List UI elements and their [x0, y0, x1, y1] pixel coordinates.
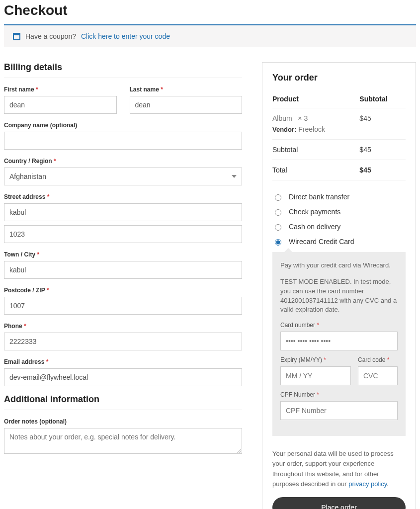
expiry-input[interactable] — [280, 366, 351, 385]
radio-cod[interactable] — [275, 224, 281, 231]
street1-input[interactable] — [4, 203, 242, 221]
coupon-prompt: Have a coupon? — [25, 32, 76, 40]
email-input[interactable] — [4, 368, 242, 386]
coupon-link[interactable]: Click here to enter your code — [81, 32, 170, 40]
billing-heading: Billing details — [4, 62, 242, 73]
payment-label: Direct bank transfer — [289, 193, 349, 201]
col-product: Product — [272, 90, 359, 108]
wirecard-test-note: TEST MODE ENABLED. In test mode, you can… — [280, 277, 398, 315]
phone-input[interactable] — [4, 333, 242, 350]
chevron-down-icon — [232, 175, 237, 178]
payment-label: Check payments — [289, 208, 340, 216]
privacy-link[interactable]: privacy policy — [348, 480, 387, 488]
wirecard-desc: Pay with your credit card via Wirecard. — [280, 261, 398, 270]
item-line-total: $45 — [359, 108, 406, 140]
wirecard-panel: Pay with your credit card via Wirecard. … — [272, 252, 406, 436]
item-name: Album — [272, 114, 292, 122]
radio-wirecard[interactable] — [275, 239, 281, 246]
expiry-label: Expiry (MM/YY) * — [280, 356, 351, 363]
order-line-item: Album × 3 Vendor: Freelock $45 — [272, 108, 406, 140]
city-input[interactable] — [4, 261, 242, 279]
card-number-input[interactable] — [280, 332, 398, 350]
payment-option-bank: Direct bank transfer — [272, 189, 406, 204]
payment-label: Wirecard Credit Card — [289, 238, 354, 246]
payment-label: Cash on delivery — [289, 223, 340, 231]
card-number-label: Card number * — [280, 322, 398, 329]
order-notes[interactable] — [4, 428, 242, 454]
order-summary-panel: Your order Product Subtotal Album × 3 Ve… — [262, 62, 416, 509]
street-label: Street address * — [4, 193, 242, 200]
last-name-label: Last name * — [130, 86, 243, 93]
cvc-label: Card code * — [358, 356, 398, 363]
order-table: Product Subtotal Album × 3 Vendor: Freel… — [272, 90, 406, 180]
order-heading: Your order — [272, 73, 406, 83]
place-order-button[interactable]: Place order — [272, 497, 406, 509]
payment-option-cod: Cash on delivery — [272, 219, 406, 234]
page-title: Checkout — [4, 2, 416, 18]
cvc-input[interactable] — [358, 366, 398, 385]
total-label: Total — [272, 160, 359, 180]
privacy-text: Your personal data will be used to proce… — [272, 449, 406, 489]
cpf-input[interactable] — [280, 401, 398, 420]
last-name-input[interactable] — [130, 96, 243, 114]
coupon-notice: Have a coupon? Click here to enter your … — [4, 24, 416, 47]
first-name-input[interactable] — [4, 96, 117, 114]
payment-option-check: Check payments — [272, 204, 406, 219]
first-name-label: First name * — [4, 86, 117, 93]
postcode-input[interactable] — [4, 297, 242, 315]
col-subtotal: Subtotal — [359, 90, 406, 108]
payment-option-wirecard: Wirecard Credit Card — [272, 234, 406, 249]
street2-input[interactable] — [4, 225, 242, 243]
company-label: Company name (optional) — [4, 122, 242, 129]
phone-label: Phone * — [4, 323, 242, 330]
total-value: $45 — [359, 160, 406, 180]
country-select[interactable]: Afghanistan — [4, 168, 242, 185]
subtotal-value: $45 — [359, 140, 406, 160]
country-label: Country / Region * — [4, 158, 242, 165]
notes-label: Order notes (optional) — [4, 418, 242, 425]
payment-methods: Direct bank transfer Check payments Cash… — [272, 189, 406, 249]
radio-bank[interactable] — [275, 194, 281, 201]
postcode-label: Postcode / ZIP * — [4, 287, 242, 294]
radio-check[interactable] — [275, 209, 281, 216]
city-label: Town / City * — [4, 251, 242, 258]
email-label: Email address * — [4, 358, 242, 365]
additional-heading: Additional information — [4, 394, 242, 405]
vendor-label: Vendor: — [272, 126, 296, 133]
country-value: Afghanistan — [9, 172, 46, 180]
subtotal-label: Subtotal — [272, 140, 359, 160]
cpf-label: CPF Number * — [280, 391, 398, 398]
calendar-icon — [13, 33, 20, 40]
vendor-name: Freelock — [298, 125, 325, 133]
company-input[interactable] — [4, 132, 242, 150]
